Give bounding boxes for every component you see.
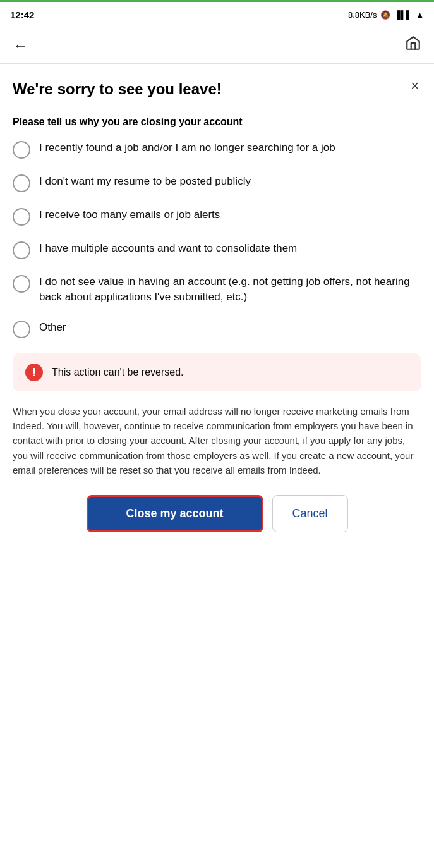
radio-circle-4 <box>13 241 30 259</box>
radio-circle-6 <box>13 321 30 338</box>
radio-circle-2 <box>13 174 30 192</box>
back-button[interactable]: ← <box>13 38 28 53</box>
wifi-icon: ▲ <box>416 10 424 20</box>
radio-option-5[interactable]: I do not see value in having an account … <box>13 274 421 305</box>
title-row: We're sorry to see you leave! × <box>13 79 421 99</box>
status-time: 12:42 <box>10 9 34 20</box>
radio-option-1[interactable]: I recently found a job and/or I am no lo… <box>13 140 421 159</box>
radio-circle-5 <box>13 275 30 293</box>
radio-circle-1 <box>13 141 30 159</box>
radio-options-list: I recently found a job and/or I am no lo… <box>13 140 421 338</box>
close-account-button[interactable]: Close my account <box>87 495 263 532</box>
radio-option-6[interactable]: Other <box>13 320 421 338</box>
exclamation-icon: ! <box>32 367 36 378</box>
page-title: We're sorry to see you leave! <box>13 79 408 99</box>
warning-box: ! This action can't be reversed. <box>13 353 421 391</box>
main-content: We're sorry to see you leave! × Please t… <box>0 64 434 545</box>
radio-label-6: Other <box>39 320 66 335</box>
network-speed: 8.8KB/s <box>348 10 377 20</box>
home-button[interactable] <box>405 35 421 56</box>
info-text: When you close your account, your email … <box>13 404 421 477</box>
button-row: Close my account Cancel <box>13 495 421 532</box>
radio-label-3: I receive too many emails or job alerts <box>39 207 220 223</box>
radio-label-4: I have multiple accounts and want to con… <box>39 241 297 256</box>
radio-circle-3 <box>13 208 30 226</box>
close-dialog-button[interactable]: × <box>408 79 421 93</box>
signal-bars-icon: ▐▌▌ <box>394 10 412 20</box>
radio-option-3[interactable]: I receive too many emails or job alerts <box>13 207 421 226</box>
mute-icon: 🔕 <box>380 10 390 20</box>
status-right: 8.8KB/s 🔕 ▐▌▌ ▲ <box>348 10 424 20</box>
nav-bar: ← <box>0 27 434 63</box>
radio-option-2[interactable]: I don't want my resume to be posted publ… <box>13 174 421 192</box>
radio-option-4[interactable]: I have multiple accounts and want to con… <box>13 241 421 259</box>
radio-label-5: I do not see value in having an account … <box>39 274 421 305</box>
radio-label-2: I don't want my resume to be posted publ… <box>39 174 251 189</box>
radio-label-1: I recently found a job and/or I am no lo… <box>39 140 335 156</box>
warning-icon: ! <box>25 364 43 381</box>
warning-text: This action can't be reversed. <box>52 367 184 378</box>
status-bar: 12:42 8.8KB/s 🔕 ▐▌▌ ▲ <box>0 2 434 27</box>
cancel-button[interactable]: Cancel <box>272 495 348 532</box>
section-label: Please tell us why you are closing your … <box>13 116 421 128</box>
